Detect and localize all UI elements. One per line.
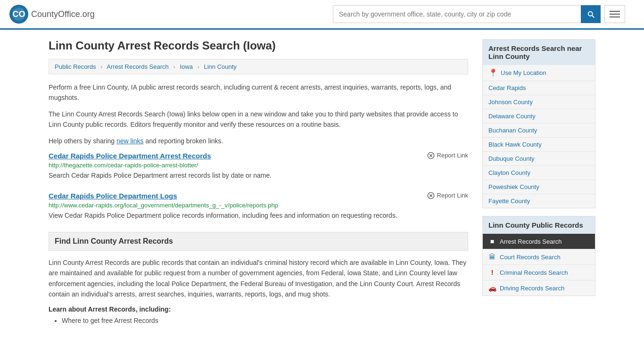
public-records-item-driving[interactable]: 🚗 Driving Records Search: [483, 280, 595, 296]
record-header-1: Cedar Rapids Police Department Arrest Re…: [49, 152, 468, 160]
record-header-2: Cedar Rapids Police Department Logs Repo…: [49, 192, 468, 200]
public-records-item-criminal[interactable]: ! Criminal Records Search: [483, 265, 595, 280]
svg-text:CO: CO: [13, 9, 25, 19]
nearby-box: Arrest Records Search near Linn County 📍…: [482, 39, 595, 208]
public-records-item-arrest[interactable]: ■ Arrest Records Search: [483, 234, 595, 249]
driving-records-icon: 🚗: [488, 284, 496, 292]
nearby-item-johnson-county[interactable]: Johnson County: [483, 95, 595, 109]
report-icon-1: [427, 152, 435, 159]
record-title-2[interactable]: Cedar Rapids Police Department Logs: [49, 192, 177, 200]
record-desc-1: Search Cedar Rapids Police Department ar…: [49, 171, 468, 181]
sidebar: Arrest Records Search near Linn County 📍…: [482, 39, 595, 326]
arrest-records-icon: ■: [488, 238, 496, 245]
nearby-item-clayton-county[interactable]: Clayton County: [483, 166, 595, 180]
nearby-item-dubuque-county[interactable]: Dubuque County: [483, 152, 595, 166]
description-1: Perform a free Linn County, IA public ar…: [49, 82, 468, 103]
public-records-item-court[interactable]: 🏛 Court Records Search: [483, 249, 595, 265]
nearby-title: Arrest Records Search near Linn County: [483, 40, 595, 65]
menu-button[interactable]: [604, 5, 625, 23]
find-section-header: Find Linn County Arrest Records: [49, 232, 468, 251]
report-link-button-2[interactable]: Report Link: [427, 192, 468, 199]
public-records-title: Linn County Public Records: [483, 216, 595, 234]
report-icon-2: [427, 192, 435, 199]
search-input[interactable]: [333, 5, 581, 23]
public-records-list: ■ Arrest Records Search 🏛 Court Records …: [483, 234, 595, 296]
search-button[interactable]: [581, 5, 601, 23]
nearby-item-cedar-rapids[interactable]: Cedar Rapids: [483, 81, 595, 95]
logo-text: CountyOffice.org: [31, 9, 95, 19]
nearby-item-poweshiek-county[interactable]: Poweshiek County: [483, 180, 595, 194]
menu-line: [610, 16, 620, 17]
report-link-button-1[interactable]: Report Link: [427, 152, 468, 159]
nearby-list: 📍 Use My Location Cedar Rapids Johnson C…: [483, 65, 595, 208]
learn-title: Learn about Arrest Records, including:: [49, 305, 468, 313]
breadcrumb-public-records[interactable]: Public Records: [55, 63, 96, 70]
logo-icon: CO: [9, 5, 28, 24]
nearby-item-buchanan-county[interactable]: Buchanan County: [483, 123, 595, 138]
description-2: The Linn County Arrest Records Search (I…: [49, 109, 468, 130]
find-section-body: Linn County Arrest Records are public re…: [49, 257, 468, 300]
record-url-1[interactable]: http://thegazette.com/cedar-rapids-polic…: [49, 162, 468, 169]
menu-line: [610, 14, 620, 15]
menu-line: [610, 11, 620, 12]
bullet-list: Where to get free Arrest Records: [49, 317, 468, 324]
nearby-item-black-hawk-county[interactable]: Black Hawk County: [483, 138, 595, 152]
breadcrumb: Public Records › Arrest Records Search ›…: [49, 59, 468, 74]
nearby-item-fayette-county[interactable]: Fayette County: [483, 194, 595, 208]
description-3: Help others by sharing new links and rep…: [49, 136, 468, 146]
record-title-1[interactable]: Cedar Rapids Police Department Arrest Re…: [49, 152, 211, 160]
record-desc-2: View Cedar Rapids Police Department poli…: [49, 211, 468, 221]
location-pin-icon: 📍: [488, 68, 498, 77]
search-icon: [586, 10, 595, 18]
breadcrumb-iowa[interactable]: Iowa: [180, 63, 192, 70]
new-links[interactable]: new links: [116, 137, 144, 145]
breadcrumb-arrest-records-search[interactable]: Arrest Records Search: [107, 63, 169, 70]
logo[interactable]: CO CountyOffice.org: [9, 5, 95, 24]
criminal-records-icon: !: [488, 269, 496, 276]
site-header: CO CountyOffice.org: [0, 0, 644, 30]
court-records-icon: 🏛: [488, 253, 496, 261]
search-area: [333, 5, 625, 23]
nearby-item-delaware-county[interactable]: Delaware County: [483, 109, 595, 123]
page-container: Linn County Arrest Records Search (Iowa)…: [39, 30, 605, 336]
breadcrumb-linn-county[interactable]: Linn County: [204, 63, 236, 70]
record-entry-2: Cedar Rapids Police Department Logs Repo…: [49, 192, 468, 221]
main-content: Linn County Arrest Records Search (Iowa)…: [49, 39, 468, 326]
record-entry-1: Cedar Rapids Police Department Arrest Re…: [49, 152, 468, 181]
page-title: Linn County Arrest Records Search (Iowa): [49, 39, 468, 52]
nearby-item-location[interactable]: 📍 Use My Location: [483, 65, 595, 81]
public-records-box: Linn County Public Records ■ Arrest Reco…: [482, 216, 595, 296]
bullet-item-1: Where to get free Arrest Records: [62, 317, 468, 324]
record-url-2[interactable]: http://www.cedar-rapids.org/local_govern…: [49, 202, 468, 209]
